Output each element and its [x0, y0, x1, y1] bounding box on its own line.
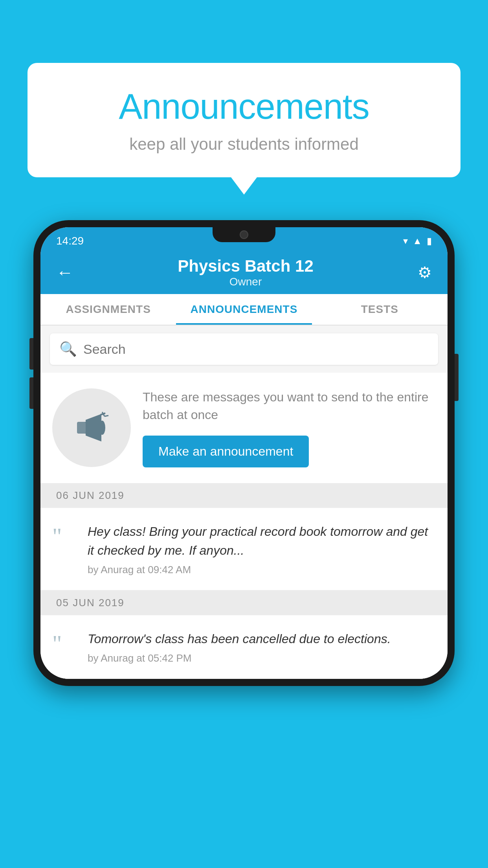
- date-separator-2: 05 JUN 2019: [40, 590, 448, 615]
- announcement-text-1: Hey class! Bring your practical record b…: [88, 522, 436, 576]
- make-announcement-button[interactable]: Make an announcement: [143, 436, 309, 467]
- announcement-meta-1: by Anurag at 09:42 AM: [88, 564, 436, 576]
- status-time: 14:29: [56, 235, 84, 247]
- speech-bubble-section: Announcements keep all your students inf…: [28, 63, 460, 177]
- date-separator-1: 06 JUN 2019: [40, 483, 448, 508]
- tab-bar: ASSIGNMENTS ANNOUNCEMENTS TESTS: [40, 294, 448, 326]
- megaphone-icon: [74, 410, 109, 445]
- page-subtitle: keep all your students informed: [43, 135, 445, 154]
- search-bar[interactable]: 🔍: [50, 333, 438, 365]
- back-button[interactable]: ←: [56, 263, 73, 282]
- tab-announcements[interactable]: ANNOUNCEMENTS: [176, 294, 312, 325]
- tab-tests[interactable]: TESTS: [312, 294, 448, 325]
- settings-icon[interactable]: ⚙: [418, 263, 432, 281]
- announcement-message-1: Hey class! Bring your practical record b…: [88, 522, 436, 560]
- announcement-item-2[interactable]: " Tomorrow's class has been cancelled du…: [40, 615, 448, 679]
- volume-down-button: [29, 377, 33, 409]
- status-icons: ▾ ▲ ▮: [403, 235, 432, 246]
- quote-icon-2: ": [52, 632, 76, 655]
- app-bar: ← Physics Batch 12 Owner ⚙: [40, 251, 448, 294]
- announcement-text-2: Tomorrow's class has been cancelled due …: [88, 629, 436, 664]
- camera: [240, 230, 248, 239]
- announcement-meta-2: by Anurag at 05:42 PM: [88, 652, 436, 664]
- search-input[interactable]: [83, 342, 429, 357]
- announcement-item-1[interactable]: " Hey class! Bring your practical record…: [40, 508, 448, 590]
- page-title: Announcements: [43, 86, 445, 127]
- svg-rect-2: [77, 422, 86, 434]
- search-icon: 🔍: [59, 341, 77, 357]
- app-bar-center: Physics Batch 12 Owner: [178, 257, 314, 288]
- batch-role: Owner: [178, 276, 314, 288]
- power-button: [455, 354, 459, 401]
- phone-body: 14:29 ▾ ▲ ▮ ← Physics Batch 12 Owner ⚙: [33, 220, 455, 686]
- promo-icon: [52, 388, 131, 467]
- phone-frame: 14:29 ▾ ▲ ▮ ← Physics Batch 12 Owner ⚙: [33, 220, 455, 686]
- batch-title: Physics Batch 12: [178, 257, 314, 276]
- promo-description: These are messages you want to send to t…: [143, 388, 436, 424]
- battery-icon: ▮: [427, 235, 432, 246]
- speech-bubble: Announcements keep all your students inf…: [28, 63, 460, 177]
- phone-screen: 14:29 ▾ ▲ ▮ ← Physics Batch 12 Owner ⚙: [40, 227, 448, 679]
- wifi-icon: ▾: [403, 235, 408, 246]
- tab-assignments[interactable]: ASSIGNMENTS: [40, 294, 176, 325]
- svg-line-6: [105, 416, 108, 416]
- announcement-promo: These are messages you want to send to t…: [40, 373, 448, 483]
- volume-up-button: [29, 338, 33, 370]
- phone-notch: [213, 227, 275, 242]
- quote-icon-1: ": [52, 524, 76, 548]
- svg-point-3: [99, 421, 105, 435]
- promo-content: These are messages you want to send to t…: [143, 388, 436, 467]
- signal-icon: ▲: [413, 235, 422, 246]
- announcement-message-2: Tomorrow's class has been cancelled due …: [88, 629, 436, 648]
